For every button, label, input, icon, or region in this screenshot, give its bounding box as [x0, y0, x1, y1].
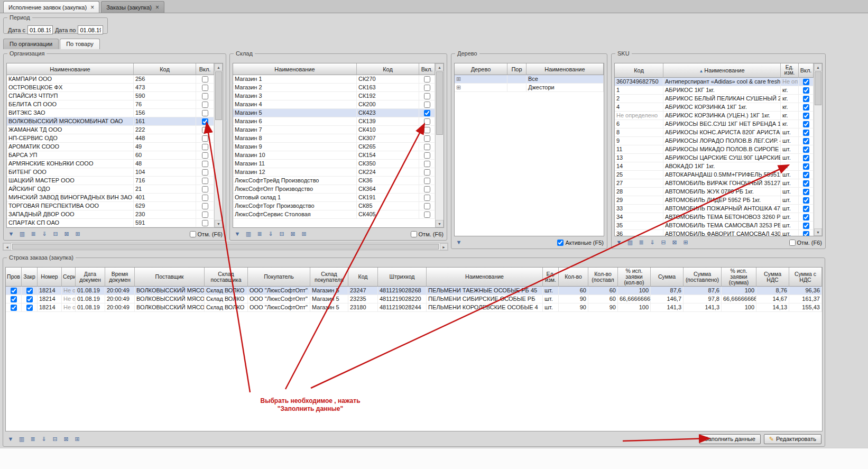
table-row[interactable]: ЖАМАНАК ТД ООО222: [7, 126, 214, 134]
include-cell[interactable]: [196, 185, 214, 194]
include-checkbox[interactable]: [202, 152, 208, 159]
column-header[interactable]: Поставщик: [135, 268, 205, 287]
include-checkbox[interactable]: [803, 79, 809, 85]
include-cell[interactable]: [799, 86, 814, 95]
column-header-name[interactable]: ▲Наименование: [663, 63, 781, 78]
table-row[interactable]: СПАРТАК СП ОАО591: [7, 219, 214, 227]
include-cell[interactable]: [196, 126, 214, 134]
table-row[interactable]: БЕЛИТА СП ООО76: [7, 100, 214, 109]
closed-cell[interactable]: [22, 304, 38, 312]
include-cell[interactable]: [799, 128, 814, 137]
include-checkbox[interactable]: [424, 118, 430, 125]
column-header-code[interactable]: Код: [615, 63, 663, 78]
table-row[interactable]: Магазин 2СК163: [233, 84, 435, 92]
include-cell[interactable]: [799, 222, 814, 230]
include-cell[interactable]: [196, 168, 214, 177]
include-checkbox[interactable]: [803, 189, 809, 195]
include-checkbox[interactable]: [202, 144, 208, 150]
table-row[interactable]: 11АБРИКОСЫ МИКАДО ПОЛОВ.В СИРОПЕ 850Г Жш…: [615, 145, 814, 154]
column-header[interactable]: Кол-во (поставл: [588, 268, 618, 287]
checked-cell[interactable]: [6, 287, 22, 295]
tree-expand-cell[interactable]: ⊞: [455, 75, 507, 84]
include-cell[interactable]: [196, 202, 214, 210]
include-checkbox[interactable]: [424, 102, 430, 108]
checked-cell[interactable]: [6, 304, 22, 312]
table-row[interactable]: АРОМАТИК СООО49: [7, 143, 214, 151]
table-row[interactable]: Не определеноАБРИКОС КОРЗИНКА (УЦЕН.) 1К…: [615, 112, 814, 120]
include-cell[interactable]: [419, 109, 435, 117]
include-checkbox[interactable]: [424, 211, 430, 218]
column-header-unit[interactable]: Ед. изм.: [781, 63, 799, 78]
column-header[interactable]: Закр: [22, 268, 38, 287]
tab-po-tovaru[interactable]: По товару: [60, 39, 99, 49]
include-cell[interactable]: [196, 151, 214, 160]
prov-checkbox[interactable]: [11, 288, 17, 294]
tab-close-icon[interactable]: ×: [90, 5, 94, 10]
include-cell[interactable]: [799, 205, 814, 213]
include-checkbox[interactable]: [424, 178, 430, 184]
column-header-code[interactable]: Код: [134, 63, 196, 75]
include-cell[interactable]: [799, 230, 814, 236]
vertical-scrollbar[interactable]: ▲ ▼: [814, 63, 822, 236]
table-row[interactable]: 35АВТОМОБИЛЬ ТЕМА САМОСВАЛ 3253 РБ 1кг.ш…: [615, 222, 814, 230]
include-cell[interactable]: [196, 194, 214, 202]
include-cell[interactable]: [419, 202, 435, 210]
otm-f6-checkbox-input[interactable]: [789, 240, 796, 246]
column-header[interactable]: Сумма (поставлено): [684, 268, 722, 287]
table-row[interactable]: Магазин 7СК410: [233, 126, 435, 134]
columns-icon[interactable]: ▥: [244, 230, 253, 238]
list-icon[interactable]: ≣: [255, 230, 264, 238]
include-cell[interactable]: [419, 134, 435, 143]
include-checkbox[interactable]: [424, 110, 430, 116]
include-cell[interactable]: [419, 92, 435, 100]
column-header[interactable]: Склад покупателя: [310, 268, 348, 287]
column-header[interactable]: Дата докумен: [76, 268, 105, 287]
include-checkbox[interactable]: [424, 144, 430, 150]
include-checkbox[interactable]: [424, 93, 430, 99]
table-row[interactable]: 27АВТОМОБИЛЬ ВИРАЖ ГОНОЧНЫЙ 35127 РБ 1кш…: [615, 179, 814, 188]
column-header-por[interactable]: Пор: [507, 63, 527, 75]
column-header[interactable]: Сери: [62, 268, 76, 287]
table-row[interactable]: Магазин 8СК307: [233, 134, 435, 143]
grid-icon[interactable]: ⊞: [681, 238, 690, 246]
table-row[interactable]: 8АБРИКОСЫ КОНС.АРИСТА 820Г АРИСТА 0.82кг…: [615, 128, 814, 137]
include-cell[interactable]: [419, 75, 435, 84]
include-checkbox[interactable]: [803, 223, 809, 229]
scroll-thumb[interactable]: [436, 71, 443, 135]
excel-icon[interactable]: ⊠: [670, 238, 679, 246]
horizontal-scrollbar[interactable]: ◄ ►: [3, 243, 448, 251]
include-cell[interactable]: [419, 151, 435, 160]
table-row[interactable]: 18214Не о01.08.1920:00:49ВОЛКОВЫССКИЙ МЯ…: [6, 295, 822, 304]
otm-f6-checkbox[interactable]: Отм. (F6): [411, 231, 444, 237]
column-header[interactable]: Наименование: [427, 268, 543, 287]
table-row[interactable]: 29АВТОМОБИЛЬ ЛИДЕР 5952 РБ 1кг.шт.: [615, 196, 814, 205]
table-row[interactable]: Магазин 3СК192: [233, 92, 435, 100]
otm-f6-checkbox-input[interactable]: [190, 231, 196, 237]
table-row[interactable]: ТОРГОВАЯ ПЕРСПЕКТИВА ООО629: [7, 202, 214, 210]
include-cell[interactable]: [799, 78, 814, 86]
closed-cell[interactable]: [22, 295, 38, 304]
column-header[interactable]: Сумма НДС: [756, 268, 789, 287]
export-icon[interactable]: ⇓: [40, 230, 49, 238]
table-row[interactable]: НП-СЕРВИС ОДО448: [7, 134, 214, 143]
table-row[interactable]: ШАЦКИЙ МАСТЕР ООО716: [7, 177, 214, 185]
include-checkbox[interactable]: [202, 118, 208, 125]
tab-zakazy[interactable]: Заказы (закупка) ×: [101, 1, 164, 13]
include-cell[interactable]: [196, 160, 214, 168]
list-icon[interactable]: ≣: [29, 230, 38, 238]
include-checkbox[interactable]: [202, 211, 208, 218]
include-checkbox[interactable]: [803, 113, 809, 119]
date-to-input[interactable]: [78, 25, 103, 34]
include-checkbox[interactable]: [202, 93, 208, 99]
column-header[interactable]: Штрихкод: [378, 268, 427, 287]
include-cell[interactable]: [196, 219, 214, 227]
table-row[interactable]: КАМПАРИ ООО256: [7, 75, 214, 84]
include-checkbox[interactable]: [803, 146, 809, 153]
include-checkbox[interactable]: [803, 138, 809, 144]
include-checkbox[interactable]: [202, 220, 208, 226]
include-checkbox[interactable]: [803, 206, 809, 212]
active-f5-checkbox[interactable]: Активные (F5): [557, 240, 604, 246]
column-header[interactable]: Сумма: [651, 268, 684, 287]
excel-icon[interactable]: ⊠: [62, 435, 70, 443]
filter-icon[interactable]: ▼: [6, 435, 15, 443]
